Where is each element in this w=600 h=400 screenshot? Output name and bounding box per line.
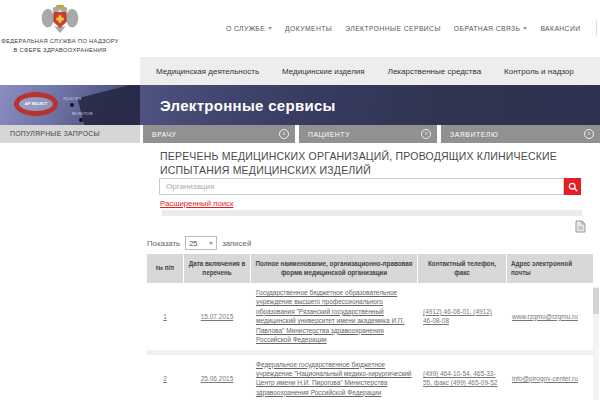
roszdravnadzor-page: ФЕДЕРАЛЬНАЯ СЛУЖБА ПО НАДЗОРУ В СФЕРЕ ЗД… [0,0,600,400]
organization-search-input[interactable] [159,178,564,195]
section-nav-medical-devices[interactable]: Медицинские изделия [282,67,365,76]
col-header-date: Дата включения в перечень [184,254,250,283]
row-num-link[interactable]: 2 [163,375,167,382]
top-nav-about[interactable]: О СЛУЖБЕ [226,25,272,32]
chevron-down-icon [268,27,272,30]
row-phone[interactable]: (4912) 46-08-01, (4912) 46-08-08 [423,308,492,324]
row-email-link[interactable]: info@pirogov-center.ru [512,375,578,382]
row-phone[interactable]: (499) 464-10-54, 465-33-55, факс (499) 4… [423,370,497,386]
circle-arrow-icon: › [279,129,289,139]
organizations-table: № п/п Дата включения в перечень Полное н… [147,254,593,400]
hero-photo-medical-device: AP SELECT XDUCER MONITOR [0,85,140,125]
organization-name-link[interactable]: Государственное бюджетное образовательно… [256,289,404,343]
row-email-link[interactable]: www.rzgmu@rzgmu.ru [512,313,578,320]
page-size-control: Показать 25 записей [147,236,251,250]
table-scrollbar[interactable] [593,286,599,400]
circle-arrow-icon: › [421,129,431,139]
row-separator [147,350,593,355]
show-label: Показать [147,239,180,248]
org-name-line1: ФЕДЕРАЛЬНАЯ СЛУЖБА ПО НАДЗОРУ [0,37,120,46]
organization-name-link[interactable]: Федеральное государственное бюджетное уч… [256,361,412,396]
device-oval-badge: AP SELECT [14,92,58,116]
row-date-link[interactable]: 15.07.2015 [201,313,234,320]
table-header-row: № п/п Дата включения в перечень Полное н… [147,254,593,283]
audience-button-applicant[interactable]: ЗАЯВИТЕЛЮ › [441,125,600,143]
section-nav: Медицинская деятельность Медицинские изд… [140,57,600,85]
table-row: 2 25.06.2015 Федеральное государственное… [147,357,593,400]
export-file-icon[interactable] [575,219,586,237]
device-label-xducer: XDUCER [63,96,82,101]
col-header-name: Полное наименование, организационно-прав… [251,254,417,283]
circle-arrow-icon: › [584,129,594,139]
row-num-link[interactable]: 1 [163,313,167,320]
nav-divider [596,20,597,36]
site-header: ФЕДЕРАЛЬНАЯ СЛУЖБА ПО НАДЗОРУ В СФЕРЕ ЗД… [0,0,600,57]
site-logo[interactable]: ФЕДЕРАЛЬНАЯ СЛУЖБА ПО НАДЗОРУ В СФЕРЕ ЗД… [0,4,120,54]
page-title: ПЕРЕЧЕНЬ МЕДИЦИНСКИХ ОРГАНИЗАЦИЙ, ПРОВОД… [160,149,592,177]
top-nav-feedback[interactable]: ОБРАТНАЯ СВЯЗЬ [454,25,528,32]
col-header-email: Адрес электронной почты [507,254,593,283]
top-nav-vacancies[interactable]: ВАКАНСИИ [540,25,580,32]
table-row: 1 15.07.2015 Государственное бюджетное о… [147,285,593,348]
top-nav-documents[interactable]: ДОКУМЕНТЫ [285,25,332,32]
col-header-phone: Контактный телефон, факс [418,254,506,283]
device-button-dot [70,103,74,107]
hero-photo-panel [77,85,140,125]
chevron-down-icon [523,27,527,30]
section-nav-medical-activity[interactable]: Медицинская деятельность [156,67,259,76]
section-nav-control[interactable]: Контроль и надзор [504,67,574,76]
device-button-dot [79,118,83,122]
audience-button-doctor[interactable]: ВРАЧУ › [143,125,295,143]
roszdravnadzor-emblem [41,4,79,34]
row-date-link[interactable]: 25.06.2015 [201,375,234,382]
col-header-num: № п/п [147,254,183,283]
magnifier-icon [568,182,578,192]
audience-button-patient[interactable]: ПАЦИЕНТУ › [299,125,437,143]
section-nav-drugs[interactable]: Лекарственные средства [388,67,481,76]
hero-title: Электронные сервисы [160,97,336,114]
popular-requests-bar[interactable]: ПОПУЛЯРНЫЕ ЗАПРОСЫ [0,125,140,143]
org-name-line2: В СФЕРЕ ЗДРАВООХРАНЕНИЯ [0,46,120,55]
page-size-select[interactable]: 25 [185,236,217,250]
scrollbar-thumb[interactable] [593,288,599,314]
top-nav: О СЛУЖБЕ ДОКУМЕНТЫ ЭЛЕКТРОННЫЕ СЕРВИСЫ О… [226,20,600,36]
hero-banner: AP SELECT XDUCER MONITOR Электронные сер… [0,85,600,125]
chevron-down-icon [209,242,213,245]
records-label: записей [222,239,251,248]
advanced-search-link[interactable]: Расширенный поиск [160,199,233,208]
top-nav-eservices[interactable]: ЭЛЕКТРОННЫЕ СЕРВИСЫ [345,25,441,32]
search-submit-button[interactable] [564,178,581,195]
device-label-monitor: MONITOR [72,111,93,116]
divider-strip [162,210,582,216]
